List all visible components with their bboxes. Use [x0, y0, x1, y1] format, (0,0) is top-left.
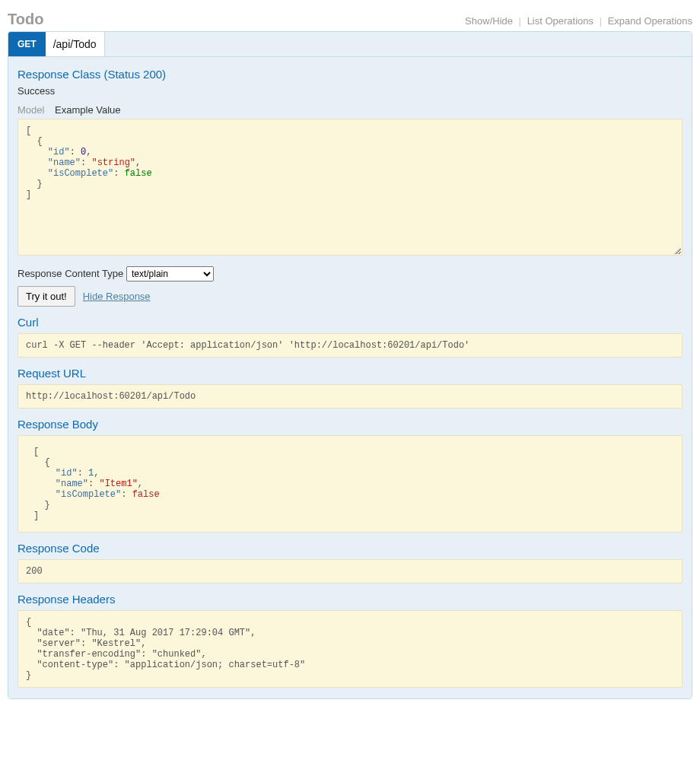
- operation-links: Show/Hide | List Operations | Expand Ope…: [465, 15, 692, 27]
- expand-operations-link[interactable]: Expand Operations: [608, 15, 692, 27]
- operation-panel: GET /api/Todo Response Class (Status 200…: [8, 31, 692, 699]
- response-code-title: Response Code: [18, 542, 682, 555]
- hide-response-link[interactable]: Hide Response: [83, 291, 151, 302]
- response-class-status: Success: [18, 85, 682, 97]
- tab-model[interactable]: Model: [18, 104, 44, 116]
- resize-grip-icon[interactable]: [673, 247, 680, 254]
- try-it-out-button[interactable]: Try it out!: [18, 286, 75, 307]
- request-url-title: Request URL: [18, 367, 682, 380]
- curl-box: curl -X GET --header 'Accept: applicatio…: [18, 333, 682, 358]
- endpoint-path: /api/Todo: [46, 32, 105, 56]
- operation-bar[interactable]: GET /api/Todo: [8, 32, 692, 57]
- curl-title: Curl: [18, 316, 682, 329]
- content-type-select[interactable]: text/plain: [126, 266, 214, 281]
- response-code-box: 200: [18, 559, 682, 584]
- response-class-title: Response Class (Status 200): [18, 68, 682, 81]
- response-headers-box: { "date": "Thu, 31 Aug 2017 17:29:04 GMT…: [18, 610, 682, 688]
- api-title[interactable]: Todo: [8, 11, 43, 28]
- link-separator: |: [519, 15, 521, 27]
- example-value-box[interactable]: [ { "id": 0, "name": "string", "isComple…: [18, 119, 682, 256]
- response-body-title: Response Body: [18, 418, 682, 431]
- response-headers-title: Response Headers: [18, 593, 682, 606]
- request-url-box: http://localhost:60201/api/Todo: [18, 384, 682, 409]
- list-operations-link[interactable]: List Operations: [527, 15, 593, 27]
- schema-tabs: Model Example Value: [18, 104, 682, 116]
- link-separator: |: [600, 15, 602, 27]
- content-type-label: Response Content Type: [18, 268, 123, 279]
- tab-example-value[interactable]: Example Value: [55, 104, 120, 116]
- show-hide-link[interactable]: Show/Hide: [465, 15, 513, 27]
- operation-body: Response Class (Status 200) Success Mode…: [8, 57, 692, 698]
- response-body-box: [ { "id": 1, "name": "Item1", "isComplet…: [18, 435, 682, 533]
- http-method-badge: GET: [8, 32, 46, 56]
- content-type-row: Response Content Type text/plain: [18, 266, 682, 281]
